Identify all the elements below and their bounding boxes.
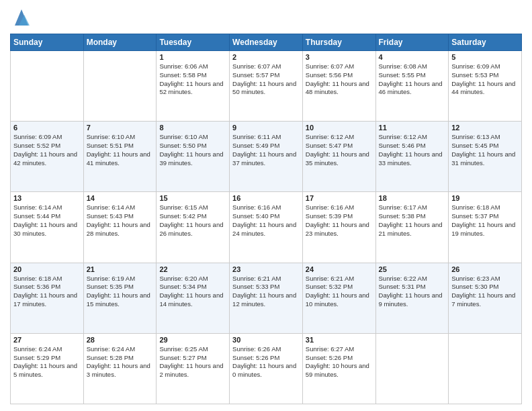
cell-info: Sunrise: 6:23 AMSunset: 5:30 PMDaylight:…: [451, 275, 519, 309]
calendar-week-row: 1Sunrise: 6:06 AMSunset: 5:58 PMDaylight…: [11, 51, 522, 122]
day-number: 30: [232, 336, 300, 344]
calendar-cell: 27Sunrise: 6:24 AMSunset: 5:29 PMDayligh…: [11, 333, 84, 404]
cell-info: Sunrise: 6:13 AMSunset: 5:45 PMDaylight:…: [451, 133, 519, 167]
cell-info: Sunrise: 6:14 AMSunset: 5:43 PMDaylight:…: [87, 203, 154, 238]
cell-info: Sunrise: 6:16 AMSunset: 5:40 PMDaylight:…: [232, 203, 300, 238]
calendar-cell: 23Sunrise: 6:21 AMSunset: 5:33 PMDayligh…: [230, 263, 303, 333]
calendar-cell: 16Sunrise: 6:16 AMSunset: 5:40 PMDayligh…: [230, 192, 303, 263]
page: SundayMondayTuesdayWednesdayThursdayFrid…: [0, 0, 532, 411]
calendar-cell: 3Sunrise: 6:07 AMSunset: 5:56 PMDaylight…: [302, 51, 375, 122]
day-number: 5: [451, 53, 519, 61]
day-number: 4: [379, 53, 446, 61]
day-number: 7: [87, 124, 154, 132]
cell-info: Sunrise: 6:16 AMSunset: 5:39 PMDaylight:…: [306, 203, 373, 238]
cell-info: Sunrise: 6:09 AMSunset: 5:52 PMDaylight:…: [13, 133, 81, 167]
cell-info: Sunrise: 6:12 AMSunset: 5:47 PMDaylight:…: [306, 133, 373, 167]
calendar-cell: 7Sunrise: 6:10 AMSunset: 5:51 PMDaylight…: [83, 122, 157, 192]
day-number: 15: [159, 194, 226, 202]
calendar-cell: 5Sunrise: 6:09 AMSunset: 5:53 PMDaylight…: [449, 51, 522, 122]
calendar-cell: 31Sunrise: 6:27 AMSunset: 5:26 PMDayligh…: [302, 333, 375, 404]
calendar-cell: 21Sunrise: 6:19 AMSunset: 5:35 PMDayligh…: [83, 263, 157, 333]
day-number: 12: [451, 124, 519, 132]
cell-info: Sunrise: 6:21 AMSunset: 5:32 PMDaylight:…: [306, 275, 373, 309]
cell-info: Sunrise: 6:15 AMSunset: 5:42 PMDaylight:…: [159, 203, 226, 238]
calendar-cell: 22Sunrise: 6:20 AMSunset: 5:34 PMDayligh…: [157, 263, 230, 333]
day-number: 24: [306, 265, 373, 273]
day-number: 19: [451, 194, 519, 202]
calendar-cell: 28Sunrise: 6:24 AMSunset: 5:28 PMDayligh…: [83, 333, 157, 404]
cell-info: Sunrise: 6:08 AMSunset: 5:55 PMDaylight:…: [379, 62, 446, 97]
calendar-cell: 19Sunrise: 6:18 AMSunset: 5:37 PMDayligh…: [449, 192, 522, 263]
day-number: 10: [306, 124, 373, 132]
day-number: 31: [306, 336, 373, 344]
calendar-cell: [11, 51, 84, 122]
cell-info: Sunrise: 6:06 AMSunset: 5:58 PMDaylight:…: [159, 62, 226, 97]
cell-info: Sunrise: 6:18 AMSunset: 5:37 PMDaylight:…: [451, 203, 519, 238]
cell-info: Sunrise: 6:12 AMSunset: 5:46 PMDaylight:…: [379, 133, 446, 167]
calendar-week-row: 20Sunrise: 6:18 AMSunset: 5:36 PMDayligh…: [11, 263, 522, 333]
day-number: 18: [379, 194, 446, 202]
day-of-week-header: Tuesday: [157, 34, 230, 51]
cell-info: Sunrise: 6:10 AMSunset: 5:50 PMDaylight:…: [159, 133, 226, 167]
cell-info: Sunrise: 6:09 AMSunset: 5:53 PMDaylight:…: [451, 62, 519, 97]
cell-info: Sunrise: 6:19 AMSunset: 5:35 PMDaylight:…: [87, 275, 154, 309]
cell-info: Sunrise: 6:10 AMSunset: 5:51 PMDaylight:…: [87, 133, 154, 167]
day-number: 21: [87, 265, 154, 273]
calendar-week-row: 27Sunrise: 6:24 AMSunset: 5:29 PMDayligh…: [11, 333, 522, 404]
day-number: 14: [87, 194, 154, 202]
calendar-cell: 13Sunrise: 6:14 AMSunset: 5:44 PMDayligh…: [11, 192, 84, 263]
day-number: 1: [159, 53, 226, 61]
day-number: 2: [232, 53, 300, 61]
calendar-cell: 1Sunrise: 6:06 AMSunset: 5:58 PMDaylight…: [157, 51, 230, 122]
calendar-cell: 12Sunrise: 6:13 AMSunset: 5:45 PMDayligh…: [449, 122, 522, 192]
calendar-cell: 2Sunrise: 6:07 AMSunset: 5:57 PMDaylight…: [230, 51, 303, 122]
calendar-header-row: SundayMondayTuesdayWednesdayThursdayFrid…: [11, 34, 522, 51]
day-number: 23: [232, 265, 300, 273]
day-of-week-header: Saturday: [449, 34, 522, 51]
cell-info: Sunrise: 6:11 AMSunset: 5:49 PMDaylight:…: [232, 133, 300, 167]
calendar-table: SundayMondayTuesdayWednesdayThursdayFrid…: [10, 34, 522, 404]
logo-icon: [12, 7, 31, 28]
day-number: 26: [451, 265, 519, 273]
cell-info: Sunrise: 6:22 AMSunset: 5:31 PMDaylight:…: [379, 275, 446, 309]
calendar-cell: [375, 333, 449, 404]
calendar-cell: 8Sunrise: 6:10 AMSunset: 5:50 PMDaylight…: [157, 122, 230, 192]
logo-text: [10, 7, 31, 28]
day-number: 28: [87, 336, 154, 344]
calendar-cell: [449, 333, 522, 404]
calendar-cell: 4Sunrise: 6:08 AMSunset: 5:55 PMDaylight…: [375, 51, 449, 122]
calendar-cell: 10Sunrise: 6:12 AMSunset: 5:47 PMDayligh…: [302, 122, 375, 192]
cell-info: Sunrise: 6:14 AMSunset: 5:44 PMDaylight:…: [13, 203, 81, 238]
header: [10, 7, 522, 28]
day-number: 20: [13, 265, 81, 273]
calendar-week-row: 6Sunrise: 6:09 AMSunset: 5:52 PMDaylight…: [11, 122, 522, 192]
cell-info: Sunrise: 6:07 AMSunset: 5:56 PMDaylight:…: [306, 62, 373, 97]
cell-info: Sunrise: 6:21 AMSunset: 5:33 PMDaylight:…: [232, 275, 300, 309]
day-of-week-header: Friday: [375, 34, 449, 51]
day-of-week-header: Monday: [83, 34, 157, 51]
calendar-cell: 20Sunrise: 6:18 AMSunset: 5:36 PMDayligh…: [11, 263, 84, 333]
logo: [10, 7, 31, 28]
calendar-cell: 25Sunrise: 6:22 AMSunset: 5:31 PMDayligh…: [375, 263, 449, 333]
calendar-cell: 24Sunrise: 6:21 AMSunset: 5:32 PMDayligh…: [302, 263, 375, 333]
calendar-cell: 18Sunrise: 6:17 AMSunset: 5:38 PMDayligh…: [375, 192, 449, 263]
day-of-week-header: Sunday: [11, 34, 84, 51]
cell-info: Sunrise: 6:07 AMSunset: 5:57 PMDaylight:…: [232, 62, 300, 97]
calendar-cell: 6Sunrise: 6:09 AMSunset: 5:52 PMDaylight…: [11, 122, 84, 192]
cell-info: Sunrise: 6:24 AMSunset: 5:29 PMDaylight:…: [13, 345, 81, 379]
day-number: 13: [13, 194, 81, 202]
cell-info: Sunrise: 6:25 AMSunset: 5:27 PMDaylight:…: [159, 345, 226, 379]
day-number: 22: [159, 265, 226, 273]
calendar-cell: 9Sunrise: 6:11 AMSunset: 5:49 PMDaylight…: [230, 122, 303, 192]
day-number: 11: [379, 124, 446, 132]
day-number: 8: [159, 124, 226, 132]
cell-info: Sunrise: 6:26 AMSunset: 5:26 PMDaylight:…: [232, 345, 300, 379]
cell-info: Sunrise: 6:27 AMSunset: 5:26 PMDaylight:…: [306, 345, 373, 379]
day-number: 29: [159, 336, 226, 344]
day-number: 16: [232, 194, 300, 202]
day-number: 25: [379, 265, 446, 273]
day-of-week-header: Thursday: [302, 34, 375, 51]
calendar-week-row: 13Sunrise: 6:14 AMSunset: 5:44 PMDayligh…: [11, 192, 522, 263]
day-number: 27: [13, 336, 81, 344]
calendar-cell: 15Sunrise: 6:15 AMSunset: 5:42 PMDayligh…: [157, 192, 230, 263]
